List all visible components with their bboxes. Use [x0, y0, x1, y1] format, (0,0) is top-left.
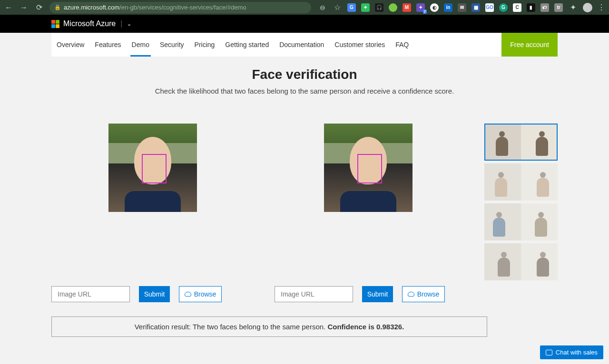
mail-ext-icon[interactable]: ✉ — [458, 3, 466, 12]
evernote-ext-icon[interactable]: ✦ — [361, 3, 370, 12]
product-subnav: Overview Features Demo Security Pricing … — [51, 33, 558, 57]
nav-documentation[interactable]: Documentation — [274, 33, 329, 57]
sample-thumb-2[interactable] — [484, 163, 558, 201]
detection-box-right — [357, 154, 382, 183]
translate-ext-icon[interactable]: G — [347, 3, 356, 12]
sample-thumbnails — [484, 124, 558, 280]
brand-text: Microsoft Azure — [63, 19, 116, 28]
extensions-icon[interactable]: ✦ — [568, 3, 578, 12]
tr-ext-icon[interactable]: tr — [554, 3, 563, 12]
submit-button-1[interactable]: Submit — [139, 286, 170, 302]
linkedin-ext-icon[interactable]: in — [444, 3, 452, 12]
address-bar[interactable]: 🔒 azure.microsoft.com/en-gb/services/cog… — [49, 2, 311, 13]
nav-getting-started[interactable]: Getting started — [220, 33, 274, 57]
browse-button-2[interactable]: Browse — [402, 286, 445, 302]
chat-label: Chat with sales — [556, 349, 598, 356]
sample-thumb-3[interactable] — [484, 203, 558, 240]
verification-result: Verification result: The two faces belon… — [51, 316, 487, 337]
nav-overview[interactable]: Overview — [51, 33, 89, 57]
green-ext-icon[interactable] — [389, 3, 397, 12]
headphones-ext-icon[interactable]: 🎧 — [375, 3, 383, 12]
detection-box-left — [142, 154, 167, 183]
demo-area — [51, 124, 558, 280]
control-group-left: Submit Browse — [51, 286, 222, 302]
image-url-input-1[interactable] — [51, 286, 130, 302]
free-account-button[interactable]: Free account — [501, 33, 558, 57]
chevron-down-icon[interactable]: ⌄ — [127, 21, 131, 27]
grammarly-ext-icon[interactable]: G — [499, 3, 508, 12]
sample-thumb-1[interactable] — [484, 124, 558, 161]
go-ext-icon[interactable]: GO — [485, 3, 494, 12]
star-icon[interactable]: ☆ — [333, 3, 342, 12]
face-image-left — [108, 124, 197, 212]
gmail-ext-icon[interactable]: M — [403, 3, 411, 12]
url-text: azure.microsoft.com/en-gb/services/cogni… — [64, 4, 246, 11]
azure-header: Microsoft Azure | ⌄ — [0, 15, 609, 33]
browser-bar: ← → ⟳ 🔒 azure.microsoft.com/en-gb/servic… — [0, 0, 609, 15]
page-title: Face verification — [0, 67, 609, 82]
nav-security[interactable]: Security — [155, 33, 189, 57]
upload-icon — [185, 292, 191, 297]
result-text: Verification result: The two faces belon… — [135, 323, 328, 331]
nav-faq[interactable]: FAQ — [390, 33, 414, 57]
microsoft-azure-logo[interactable]: Microsoft Azure — [51, 19, 116, 28]
page-subtitle: Check the likelihood that two faces belo… — [0, 87, 609, 95]
dark-ext-icon[interactable]: ▮ — [527, 3, 535, 12]
submit-button-2[interactable]: Submit — [362, 286, 393, 302]
header-separator: | — [120, 19, 122, 28]
tag-ext-icon[interactable]: 🏷 — [540, 3, 549, 12]
nav-customer-stories[interactable]: Customer stories — [329, 33, 390, 57]
back-icon[interactable]: ← — [4, 3, 13, 12]
chat-icon — [546, 350, 552, 355]
nav-demo[interactable]: Demo — [127, 33, 155, 57]
zoom-icon[interactable]: ⊖ — [318, 4, 327, 11]
confidence-text: Confidence is 0.98326. — [327, 323, 404, 331]
toolbar-right: ⊖ ☆ G ✦ 🎧 M ✦7 ◐ in ✉ ▦ GO G C ▮ 🏷 tr ✦ … — [318, 3, 605, 12]
image-url-input-2[interactable] — [275, 286, 353, 302]
circle-ext-icon[interactable]: ◐ — [430, 3, 439, 12]
microsoft-logo-icon — [51, 20, 59, 28]
excel-ext-icon[interactable]: ▦ — [471, 3, 480, 12]
nav-pricing[interactable]: Pricing — [189, 33, 220, 57]
browse-button-1[interactable]: Browse — [179, 286, 222, 302]
chat-with-sales-button[interactable]: Chat with sales — [540, 345, 603, 359]
reload-icon[interactable]: ⟳ — [34, 3, 44, 12]
c-ext-icon[interactable]: C — [513, 3, 521, 12]
upload-controls: Submit Browse Submit Browse — [51, 286, 558, 302]
upload-icon — [408, 292, 414, 297]
sample-thumb-4[interactable] — [484, 243, 558, 280]
forward-icon[interactable]: → — [19, 3, 29, 12]
purple-ext-icon[interactable]: ✦7 — [416, 3, 425, 12]
menu-icon[interactable]: ⋮ — [598, 3, 605, 12]
lock-icon: 🔒 — [54, 4, 61, 10]
control-group-right: Submit Browse — [275, 286, 445, 302]
face-image-right — [324, 124, 413, 212]
nav-features[interactable]: Features — [89, 33, 126, 57]
profile-avatar-icon[interactable] — [583, 3, 592, 12]
